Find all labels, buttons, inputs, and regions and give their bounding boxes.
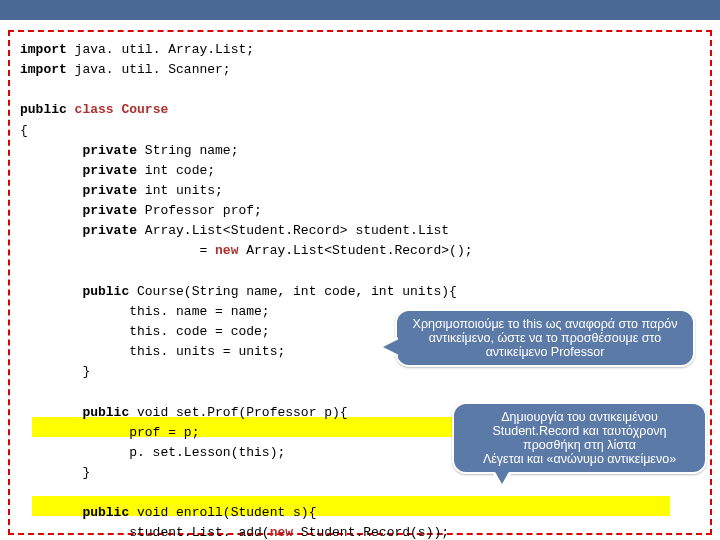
- code-text: String name;: [137, 143, 238, 158]
- code-text: prof = p;: [20, 425, 199, 440]
- code-text: Professor prof;: [137, 203, 262, 218]
- callout-text: Χρησιμοποιούμε το this ως αναφορά στο πα…: [413, 317, 678, 359]
- class-decl: class Course: [67, 102, 168, 117]
- code-text: Array.List<Student.Record>();: [238, 243, 472, 258]
- keyword-new: new: [215, 243, 238, 258]
- keyword-new: new: [270, 525, 293, 540]
- keyword-public: public: [20, 102, 67, 117]
- code-text: java. util. Array.List;: [67, 42, 254, 57]
- code-text: Student.Record(s));: [293, 525, 449, 540]
- callout-anonymous-object: Δημιουργία του αντικειμένου Student.Reco…: [452, 402, 707, 474]
- code-text: void enroll(Student s){: [129, 505, 316, 520]
- keyword-private: private: [20, 223, 137, 238]
- keyword-public: public: [20, 405, 129, 420]
- code-text: this. name = name;: [20, 304, 270, 319]
- code-text: int units;: [137, 183, 223, 198]
- slide-top-bar: [0, 0, 720, 20]
- code-text: this. code = code;: [20, 324, 270, 339]
- code-text: Array.List<Student.Record> student.List: [137, 223, 449, 238]
- code-text: void set.Prof(Professor p){: [129, 405, 347, 420]
- keyword-private: private: [20, 203, 137, 218]
- code-text: p. set.Lesson(this);: [20, 445, 285, 460]
- keyword-import: import: [20, 62, 67, 77]
- callout-text: Δημιουργία του αντικειμένου Student.Reco…: [483, 410, 676, 466]
- code-text: }: [20, 364, 90, 379]
- keyword-private: private: [20, 143, 137, 158]
- keyword-public: public: [20, 505, 129, 520]
- keyword-public: public: [20, 284, 129, 299]
- code-text: student.List. add(: [20, 525, 270, 540]
- code-text: java. util. Scanner;: [67, 62, 231, 77]
- brace: {: [20, 123, 28, 138]
- code-text: this. units = units;: [20, 344, 285, 359]
- keyword-private: private: [20, 163, 137, 178]
- keyword-import: import: [20, 42, 67, 57]
- callout-this-reference: Χρησιμοποιούμε το this ως αναφορά στο πα…: [395, 309, 695, 367]
- code-text: }: [20, 465, 90, 480]
- code-text: int code;: [137, 163, 215, 178]
- keyword-private: private: [20, 183, 137, 198]
- code-text: =: [20, 243, 215, 258]
- code-text: Course(String name, int code, int units)…: [129, 284, 457, 299]
